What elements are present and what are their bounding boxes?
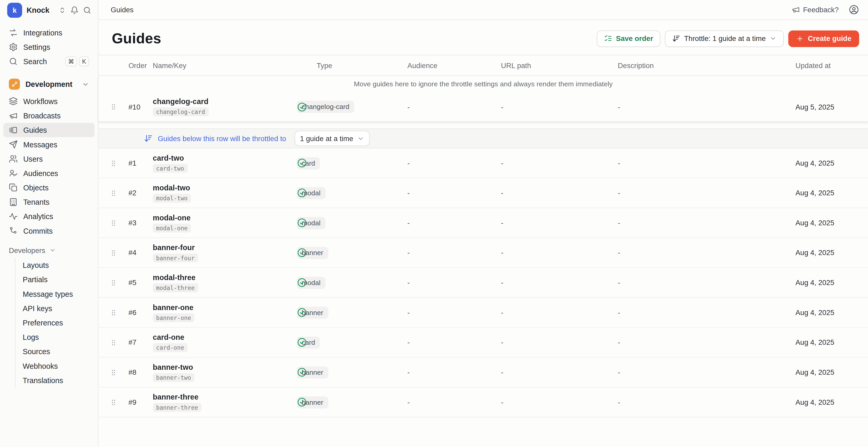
bell-icon[interactable] xyxy=(70,6,79,14)
table-row[interactable]: #9 banner-three banner-three banner - - … xyxy=(99,387,868,418)
sidebar-item-layouts[interactable]: Layouts xyxy=(16,258,95,272)
search-icon[interactable] xyxy=(83,6,91,14)
table-row[interactable]: #2 modal-two modal-two modal - - - Aug 4… xyxy=(99,178,868,208)
table-row[interactable]: #4 banner-four banner-four banner - - - … xyxy=(99,238,868,268)
row-key-badge: banner-one xyxy=(153,313,194,322)
drag-handle-icon[interactable] xyxy=(110,187,117,198)
status-check-circle-icon xyxy=(297,158,307,168)
row-name: modal-three xyxy=(153,273,196,281)
row-key-badge: changelog-card xyxy=(153,107,208,116)
sidebar-item-users[interactable]: Users xyxy=(3,152,95,166)
table-row[interactable]: #10 changelog-card changelog-card change… xyxy=(99,92,868,121)
sort-descending-icon xyxy=(144,134,153,143)
status-check-circle-icon xyxy=(297,277,307,288)
drag-handle-icon[interactable] xyxy=(110,247,117,258)
developers-section-toggle[interactable]: Developers xyxy=(3,244,95,257)
sidebar-developers-nav: LayoutsPartialsMessage typesAPI keysPref… xyxy=(15,258,98,387)
row-updated-at: Aug 4, 2025 xyxy=(791,398,859,406)
sidebar-item-label: Tenants xyxy=(23,198,49,206)
sidebar-item-sources[interactable]: Sources xyxy=(16,344,95,359)
drag-handle-icon[interactable] xyxy=(110,101,117,112)
drag-handle-icon[interactable] xyxy=(110,217,117,228)
sidebar-item-integrations[interactable]: Integrations xyxy=(3,26,95,40)
status-check-circle-icon xyxy=(297,218,307,228)
create-guide-button[interactable]: Create guide xyxy=(788,30,859,47)
knock-logo: k xyxy=(7,3,22,18)
status-check-circle-icon xyxy=(297,307,307,318)
feedback-button[interactable]: Feedback? xyxy=(791,5,839,14)
sidebar-item-translations[interactable]: Translations xyxy=(16,373,95,387)
megaphone-icon xyxy=(791,5,800,14)
drag-handle-icon[interactable] xyxy=(110,158,117,168)
sidebar-item-label: Guides xyxy=(23,126,47,134)
row-description: - xyxy=(618,219,791,227)
sidebar-item-message-types[interactable]: Message types xyxy=(16,287,95,301)
row-order: #1 xyxy=(128,159,153,167)
user-check-icon xyxy=(9,169,18,178)
sidebar-item-analytics[interactable]: Analytics xyxy=(3,209,95,224)
environment-label: Development xyxy=(26,80,72,88)
sidebar-item-api-keys[interactable]: API keys xyxy=(16,301,95,316)
save-order-button[interactable]: Save order xyxy=(596,30,660,47)
chevrons-up-down-icon[interactable] xyxy=(59,6,66,13)
sidebar-item-tenants[interactable]: Tenants xyxy=(3,195,95,209)
sidebar-item-audiences[interactable]: Audiences xyxy=(3,166,95,181)
sidebar-item-search[interactable]: Search ⌘K xyxy=(3,54,95,69)
table-row[interactable]: #6 banner-one banner-one banner - - - Au… xyxy=(99,298,868,328)
drag-handle-icon[interactable] xyxy=(110,397,117,408)
throttle-amount-select[interactable]: 1 guide at a time xyxy=(294,131,370,146)
row-updated-at: Aug 4, 2025 xyxy=(791,219,859,227)
drag-handle-icon[interactable] xyxy=(110,367,117,378)
row-name: modal-one xyxy=(153,213,191,222)
drag-handle-icon[interactable] xyxy=(110,307,117,318)
row-description: - xyxy=(618,308,791,317)
row-order: #5 xyxy=(128,279,153,287)
table-row[interactable]: #1 card-two card-two card - - - Aug 4, 2… xyxy=(99,149,868,179)
main-area: Guides Feedback? Guides Save order Throt… xyxy=(99,0,868,447)
row-url-path: - xyxy=(501,249,618,257)
sidebar-item-objects[interactable]: Objects xyxy=(3,181,95,195)
table-row[interactable]: #5 modal-three modal-three modal - - - A… xyxy=(99,268,868,298)
sidebar-item-messages[interactable]: Messages xyxy=(3,137,95,152)
user-avatar-icon[interactable] xyxy=(849,4,859,15)
sidebar-item-preferences[interactable]: Preferences xyxy=(16,316,95,330)
throttle-dropdown-button[interactable]: Throttle: 1 guide at a time xyxy=(665,30,784,47)
layers-icon xyxy=(9,97,18,106)
row-audience: - xyxy=(407,338,501,347)
table-row[interactable]: #3 modal-one modal-one modal - - - Aug 4… xyxy=(99,208,868,238)
table-row[interactable]: #7 card-one card-one card - - - Aug 4, 2… xyxy=(99,327,868,357)
throttled-rows-container: #1 card-two card-two card - - - Aug 4, 2… xyxy=(99,149,868,418)
row-description: - xyxy=(618,368,791,376)
row-url-path: - xyxy=(501,368,618,376)
status-check-circle-icon xyxy=(297,101,307,112)
row-updated-at: Aug 4, 2025 xyxy=(791,279,859,287)
sidebar-item-partials[interactable]: Partials xyxy=(16,272,95,287)
table-row[interactable]: #8 banner-two banner-two banner - - - Au… xyxy=(99,357,868,387)
drag-handle-icon[interactable] xyxy=(110,277,117,288)
throttle-divider-text[interactable]: Guides below this row will be throttled … xyxy=(158,134,286,142)
guides-panel-icon xyxy=(9,126,18,134)
sidebar-item-settings[interactable]: Settings xyxy=(3,40,95,54)
megaphone-icon xyxy=(9,111,18,120)
sidebar-item-workflows[interactable]: Workflows xyxy=(3,94,95,108)
row-audience: - xyxy=(407,368,501,376)
row-description: - xyxy=(618,279,791,287)
paper-plane-icon xyxy=(9,140,18,149)
row-audience: - xyxy=(407,103,501,111)
sidebar: k Knock Integrations Settings Search ⌘K … xyxy=(0,0,99,447)
sidebar-item-broadcasts[interactable]: Broadcasts xyxy=(3,108,95,123)
row-updated-at: Aug 4, 2025 xyxy=(791,159,859,167)
environment-switcher[interactable]: Development xyxy=(3,76,95,92)
status-check-circle-icon xyxy=(297,188,307,198)
breadcrumb[interactable]: Guides xyxy=(111,5,133,14)
sidebar-item-label: Broadcasts xyxy=(23,111,61,120)
keyboard-shortcut-key: ⌘ xyxy=(65,56,77,66)
sidebar-item-commits[interactable]: Commits xyxy=(3,224,95,238)
sidebar-item-label: Workflows xyxy=(23,97,58,105)
drag-handle-icon[interactable] xyxy=(110,337,117,348)
row-name: banner-three xyxy=(153,393,198,401)
building-icon xyxy=(9,198,18,206)
sidebar-item-logs[interactable]: Logs xyxy=(16,330,95,344)
sidebar-item-webhooks[interactable]: Webhooks xyxy=(16,359,95,373)
sidebar-item-guides[interactable]: Guides xyxy=(3,123,95,137)
